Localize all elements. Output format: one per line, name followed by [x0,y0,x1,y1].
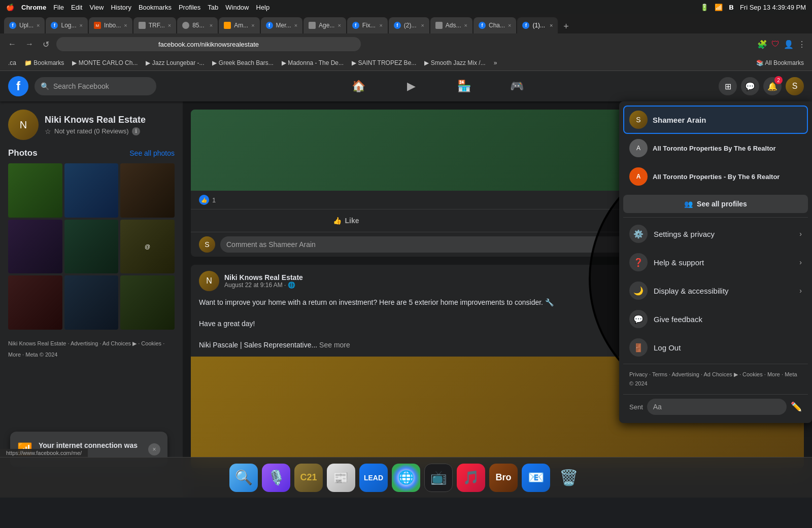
dock-finder[interactable]: 🔍 Finder [229,464,258,492]
photo-6[interactable]: @ [120,220,175,274]
see-all-photos[interactable]: See all photos [129,149,175,157]
dock-trash[interactable]: 🗑️ Trash [554,464,583,492]
notifications-button[interactable]: 🔔 2 [763,77,782,95]
tab-8-close[interactable]: × [337,22,341,28]
forward-button[interactable]: → [23,38,36,51]
bookmark-more[interactable]: » [492,58,499,67]
settings-privacy-item[interactable]: ⚙️ Settings & privacy › [623,220,808,248]
help-support-item[interactable]: ❓ Help & support › [623,248,808,276]
photo-1[interactable] [8,163,62,218]
bookmarks-menu[interactable]: Bookmarks [139,4,172,11]
bookmark-4[interactable]: ▶ Madonna - The De... [280,58,346,67]
tab-menu[interactable]: Tab [208,4,218,11]
bookmark-1[interactable]: ▶ MONTE CARLO Ch... [70,58,140,67]
shield-icon[interactable]: 🛡 [771,40,780,49]
view-menu[interactable]: View [89,4,104,11]
photo-3[interactable] [120,163,175,218]
help-menu[interactable]: Help [256,4,270,11]
tab-3[interactable]: M Inbo... × [89,17,132,33]
feedback-item[interactable]: 💬 Give feedback [623,305,808,333]
bookmark-all[interactable]: 📚 All Bookmarks [754,58,806,67]
tab-4-close[interactable]: × [168,22,171,28]
dock-music[interactable]: 🎵 Music [457,464,485,492]
messenger-button[interactable]: 💬 [741,77,759,95]
tab-5-close[interactable]: × [210,22,213,28]
tab-5[interactable]: 85... × [177,17,218,33]
file-menu[interactable]: File [53,4,64,11]
user-profile-icon[interactable]: 👤 [784,40,794,49]
dock-chrome[interactable]: 🌐 Chrome [392,464,420,492]
tab-2[interactable]: f Log... × [46,17,87,33]
tab-4[interactable]: TRF... × [133,17,176,33]
window-menu[interactable]: Window [225,4,249,11]
like-button[interactable]: 👍 Like [195,212,497,230]
photo-8[interactable] [64,275,119,330]
more-options-icon[interactable]: ⋮ [798,40,806,49]
tab-9-close[interactable]: × [379,22,382,28]
nav-gaming[interactable]: 🎮 [491,74,542,98]
bookmark-bookmarks[interactable]: 📁 Bookmarks [22,58,66,67]
tab-13[interactable]: f (1)... × [517,17,558,33]
tab-12-close[interactable]: × [508,22,511,28]
tab-2-close[interactable]: × [79,22,82,28]
url-input[interactable] [56,37,361,51]
apps-button[interactable]: ⊞ [719,77,737,95]
dock-leading-edge[interactable]: LEAD LEADING EDGE [359,464,388,492]
profile-atp6-1[interactable]: A All Toronto Properties By The 6 Realto… [623,134,808,162]
nav-watch[interactable]: ▶ [386,74,436,98]
dock-news[interactable]: 📰 News [327,464,355,492]
tab-10[interactable]: f (2)... × [389,17,429,33]
dock-century21[interactable]: C21 CENTURY 21 [294,464,323,492]
tab-8[interactable]: Age... × [303,17,346,33]
tab-9[interactable]: f Fix... × [347,17,388,33]
see-more-link[interactable]: See more [319,341,350,349]
messenger-input[interactable]: Aa [647,399,787,415]
back-button[interactable]: ← [6,38,18,51]
facebook-logo[interactable]: f [8,76,28,96]
dock-siri[interactable]: 🎙️ Siri [262,464,290,492]
dock-mail[interactable]: 📧 Mail [522,464,550,492]
profile-shameer[interactable]: S Shameer Arain [623,105,808,134]
nav-marketplace[interactable]: 🏪 [438,74,489,98]
tab-7[interactable]: f Mer... × [261,17,302,33]
tab-7-close[interactable]: × [294,22,297,28]
photo-9[interactable] [120,275,175,330]
tab-6-close[interactable]: × [251,22,254,28]
extensions-icon[interactable]: 🧩 [757,40,767,49]
photo-7[interactable] [8,275,62,330]
photo-2[interactable] [64,163,119,218]
tab-11[interactable]: Ads... × [430,17,472,33]
dock-appletv[interactable]: 📺 Apple TV [424,464,453,492]
dock-brokerage[interactable]: Bro Brokerage [489,464,518,492]
chrome-menu[interactable]: Chrome [21,4,46,11]
history-menu[interactable]: History [111,4,131,11]
user-avatar[interactable]: S [786,77,804,95]
profiles-menu[interactable]: Profiles [179,4,200,11]
nav-home[interactable]: 🏠 [333,74,384,98]
bookmark-5[interactable]: ▶ SAINT TROPEZ Be... [350,58,418,67]
tab-13-close[interactable]: × [550,22,553,28]
display-accessibility-item[interactable]: 🌙 Display & accessibility › [623,276,808,305]
toast-close-button[interactable]: × [148,443,160,455]
reload-button[interactable]: ↺ [41,38,51,51]
edit-menu[interactable]: Edit [71,4,82,11]
tab-10-close[interactable]: × [421,22,424,28]
apple-menu[interactable]: 🍎 [6,4,14,11]
tab-1-close[interactable]: × [37,22,40,28]
tab-6[interactable]: Am... × [219,17,259,33]
bookmark-3[interactable]: ▶ Greek Beach Bars... [210,58,275,67]
tab-12[interactable]: f Cha... × [473,17,516,33]
tab-1[interactable]: f Upl... × [4,17,45,33]
photo-4[interactable] [8,220,62,274]
see-all-profiles-btn[interactable]: 👥 See all profiles [623,195,808,213]
tab-3-close[interactable]: × [124,22,127,28]
bookmark-ca[interactable]: .ca [6,58,18,67]
bookmark-6[interactable]: ▶ Smooth Jazz Mix /... [422,58,487,67]
logout-item[interactable]: 🚪 Log Out [623,333,808,362]
search-bar[interactable]: 🔍 Search Facebook [35,77,156,95]
profile-atp6-2[interactable]: A All Toronto Properties - By The 6 Real… [623,162,808,191]
new-tab-button[interactable]: + [559,19,573,33]
photo-5[interactable] [64,220,119,274]
info-icon[interactable]: ℹ [132,127,140,135]
edit-icon[interactable]: ✏️ [791,401,802,412]
